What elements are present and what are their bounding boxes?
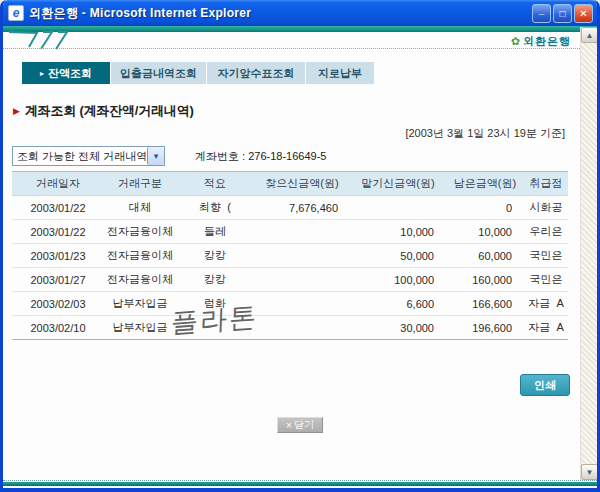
table-cell	[350, 196, 446, 220]
section-heading: ▶ 계좌조회 (계좌잔액/거래내역)	[13, 102, 194, 120]
table-cell: 납부자입금	[104, 316, 176, 340]
browser-window: e 외환은행 - Microsoft Internet Explorer _ □…	[0, 0, 600, 492]
close-window-button[interactable]: ✕	[574, 4, 593, 23]
tab-balance-inquiry[interactable]: ▸ 잔액조회	[22, 62, 110, 84]
table-cell	[254, 244, 350, 268]
table-cell: 전자금융이체	[104, 268, 176, 292]
table-cell: 100,000	[350, 268, 446, 292]
table-cell: 국민은	[524, 244, 568, 268]
table-cell: 2003/01/23	[12, 244, 104, 268]
table-cell: 160,000	[446, 268, 524, 292]
table-row: 2003/01/23전자금융이체캉캉50,00060,000국민은	[12, 244, 568, 268]
close-page-button[interactable]: × 닫기	[277, 417, 323, 433]
table-cell: 60,000	[446, 244, 524, 268]
maximize-icon: □	[559, 8, 565, 19]
handwritten-annotation: 플라톤	[170, 299, 258, 341]
close-page-label: 닫기	[294, 418, 314, 432]
selected-filter-option: 조회 가능한 전체 거래내역	[13, 149, 147, 164]
table-cell: 2003/02/03	[12, 292, 104, 316]
table-cell: 최향 (	[176, 196, 254, 220]
scroll-down-icon[interactable]: ▼	[581, 464, 598, 480]
reference-timestamp: [2003년 3월 1일 23시 19분 기준]	[405, 126, 565, 141]
table-row: 2003/02/03납부자입금럼화6,600166,600자금 A	[12, 292, 568, 316]
table-header-row: 거래일자 거래구분 적요 찾으신금액(원) 맡기신금액(원) 남은금액(원) 취…	[12, 172, 568, 196]
tab-giro-payment[interactable]: 지로납부	[306, 62, 374, 84]
filter-row: 조회 가능한 전체 거래내역 ▾ 계좌번호 : 276-18-16649-5	[12, 146, 326, 166]
table-cell: 50,000	[350, 244, 446, 268]
vertical-scrollbar[interactable]: ▲ ▼	[580, 27, 597, 480]
table-cell	[254, 220, 350, 244]
table-cell: 10,000	[446, 220, 524, 244]
col-header-deposit: 맡기신금액(원)	[350, 172, 446, 196]
bank-logo: ✿ 외환은행	[511, 34, 571, 49]
table-cell: 자금 A	[524, 292, 568, 316]
table-cell: 166,600	[446, 292, 524, 316]
table-cell: 자금 A	[524, 316, 568, 340]
col-header-branch: 취급점	[524, 172, 568, 196]
table-cell: 2003/02/10	[12, 316, 104, 340]
table-cell: 캉캉	[176, 244, 254, 268]
table-cell: 전자금융이체	[104, 220, 176, 244]
table-cell: 196,600	[446, 316, 524, 340]
bank-flower-icon: ✿	[511, 35, 520, 48]
window-title: 외환은행 - Microsoft Internet Explorer	[29, 5, 532, 22]
bank-name: 외환은행	[523, 34, 571, 49]
table-cell: 우리은	[524, 220, 568, 244]
titlebar[interactable]: e 외환은행 - Microsoft Internet Explorer _ □…	[3, 0, 597, 26]
table-row: 2003/01/27전자금융이체캉캉100,000160,000국민은	[12, 268, 568, 292]
table-row: 2003/02/10납부자입금30,000196,600자금 A	[12, 316, 568, 340]
tab-cashiers-check-inquiry[interactable]: 자기앞수표조회	[207, 62, 305, 84]
tab-label: 지로납부	[318, 66, 362, 81]
table-cell: 6,600	[350, 292, 446, 316]
close-icon: ✕	[579, 8, 587, 19]
table-cell: 들레	[176, 220, 254, 244]
minimize-button[interactable]: _	[532, 4, 551, 23]
page-title: 계좌조회 (계좌잔액/거래내역)	[25, 102, 194, 120]
transactions-table: 거래일자 거래구분 적요 찾으신금액(원) 맡기신금액(원) 남은금액(원) 취…	[12, 171, 568, 340]
table-cell: 2003/01/27	[12, 268, 104, 292]
table-row: 2003/01/22대체최향 (7,676,4600시화공	[12, 196, 568, 220]
table-cell: 대체	[104, 196, 176, 220]
transaction-filter-select[interactable]: 조회 가능한 전체 거래내역 ▾	[12, 146, 165, 166]
col-header-memo: 적요	[176, 172, 254, 196]
print-button[interactable]: 인쇄	[520, 374, 570, 396]
table-cell: 시화공	[524, 196, 568, 220]
maximize-button[interactable]: □	[553, 4, 572, 23]
table-cell: 0	[446, 196, 524, 220]
table-cell	[254, 292, 350, 316]
scroll-up-icon[interactable]: ▲	[581, 27, 598, 43]
tab-deposit-withdrawal-history[interactable]: 입출금내역조회	[111, 62, 206, 84]
minimize-icon: _	[533, 1, 550, 18]
table-cell	[254, 268, 350, 292]
table-cell: 2003/01/22	[12, 220, 104, 244]
tab-label: 자기앞수표조회	[218, 66, 295, 81]
table-cell: 30,000	[350, 316, 446, 340]
section-arrow-icon: ▶	[13, 106, 20, 116]
table-cell: 전자금융이체	[104, 244, 176, 268]
table-cell: 캉캉	[176, 268, 254, 292]
table-cell	[254, 316, 350, 340]
close-x-icon: ×	[286, 420, 292, 431]
table-cell: 10,000	[350, 220, 446, 244]
table-cell: 2003/01/22	[12, 196, 104, 220]
tab-label: 입출금내역조회	[120, 66, 197, 81]
page-content: ✿ 외환은행 ▸ 잔액조회 입출금내역조회 자기앞수표조회 지로납부 ▶ 계좌조…	[3, 26, 597, 488]
table-cell: 국민은	[524, 268, 568, 292]
chevron-down-icon[interactable]: ▾	[147, 147, 164, 165]
bottom-accent-bar	[3, 482, 597, 486]
table-cell: 납부자입금	[104, 292, 176, 316]
internet-explorer-icon: e	[8, 5, 24, 21]
col-header-withdrawal: 찾으신금액(원)	[254, 172, 350, 196]
transactions-body: 2003/01/22대체최향 (7,676,4600시화공2003/01/22전…	[12, 196, 568, 340]
col-header-balance: 남은금액(원)	[446, 172, 524, 196]
tab-arrow-icon: ▸	[40, 69, 44, 78]
tab-bar: ▸ 잔액조회 입출금내역조회 자기앞수표조회 지로납부	[22, 62, 374, 84]
tab-label: 잔액조회	[48, 66, 92, 81]
header-divider	[3, 48, 580, 49]
table-row: 2003/01/22전자금융이체들레10,00010,000우리은	[12, 220, 568, 244]
col-header-date: 거래일자	[12, 172, 104, 196]
table-cell: 7,676,460	[254, 196, 350, 220]
account-number: 계좌번호 : 276-18-16649-5	[195, 149, 326, 164]
col-header-type: 거래구분	[104, 172, 176, 196]
footer-divider	[3, 480, 597, 481]
